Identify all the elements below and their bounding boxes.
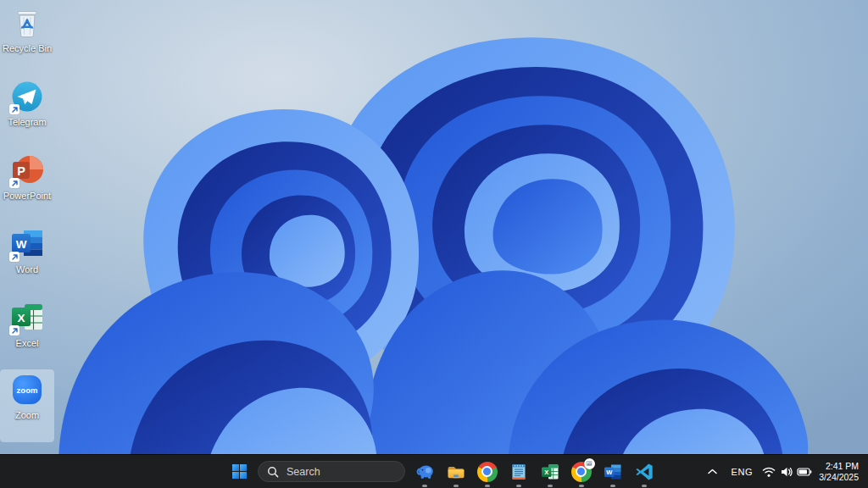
svg-text:P: P [17, 164, 25, 178]
chrome-icon [477, 462, 498, 482]
taskbar-app-chrome[interactable] [471, 455, 503, 488]
shortcut-arrow-icon [9, 325, 19, 336]
volume-icon[interactable] [777, 455, 795, 488]
wallpaper-bloom [0, 0, 868, 488]
running-indicator [516, 485, 521, 487]
svg-text:W: W [16, 238, 27, 251]
running-indicator [485, 485, 490, 487]
taskbar-app-file-explorer[interactable] [440, 455, 471, 488]
desktop-icon-recycle-bin[interactable]: Recycle Bin [1, 3, 53, 75]
wifi-icon[interactable] [760, 455, 777, 488]
taskbar-app-word[interactable]: W [597, 455, 628, 488]
web-app-badge-icon [584, 458, 595, 469]
search-input[interactable]: Search [258, 461, 405, 482]
recycle-bin-icon [8, 4, 46, 42]
shortcut-arrow-icon [9, 104, 19, 114]
icon-label: Recycle Bin [3, 43, 52, 53]
taskbar: Search [0, 454, 868, 488]
running-indicator [422, 485, 427, 487]
search-placeholder: Search [287, 466, 320, 478]
taskbar-app-chrome-web-app[interactable] [565, 455, 597, 488]
shortcut-arrow-icon [9, 178, 19, 188]
chevron-up-icon [707, 468, 718, 475]
desktop-icon-zoom[interactable]: zoom Zoom [1, 370, 53, 441]
desktop-icon-excel[interactable]: X Excel [1, 298, 53, 369]
clock[interactable]: 2:41 PM 3/24/2025 [819, 461, 859, 483]
icon-label: Word [16, 264, 38, 274]
taskbar-app-elephant[interactable] [409, 455, 440, 488]
svg-text:X: X [544, 469, 548, 476]
battery-icon[interactable] [795, 455, 813, 488]
running-indicator [453, 485, 459, 487]
svg-text:X: X [17, 312, 25, 324]
desktop-icon-powerpoint[interactable]: P PowerPoint [1, 151, 53, 222]
running-indicator [579, 485, 584, 487]
file-explorer-icon [446, 462, 466, 482]
tray-overflow-button[interactable] [700, 455, 724, 488]
vscode-icon [634, 462, 654, 482]
taskbar-app-vscode[interactable] [628, 455, 659, 488]
excel-taskbar-icon: X [540, 462, 560, 482]
running-indicator [548, 485, 553, 487]
elephant-app-icon [415, 462, 435, 482]
desktop-icon-word[interactable]: W Word [1, 225, 53, 296]
system-tray: ENG 2:41 PM 3/24/2025 [700, 455, 868, 488]
word-taskbar-icon: W [603, 462, 623, 482]
icon-label: Excel [16, 338, 39, 348]
running-indicator [610, 485, 615, 487]
notepad-icon [509, 462, 529, 482]
taskbar-app-notepad[interactable] [503, 455, 534, 488]
windows-desktop: { "desktop": { "icons": [ { "id": "recyc… [0, 0, 868, 488]
icon-label: Telegram [8, 117, 46, 127]
clock-date: 3/24/2025 [819, 472, 859, 483]
svg-text:W: W [606, 469, 613, 476]
taskbar-apps: X [409, 455, 659, 488]
icon-label: Zoom [15, 410, 39, 420]
start-button[interactable] [224, 455, 254, 488]
windows-logo-icon [232, 464, 247, 479]
desktop-icon-telegram[interactable]: Telegram [1, 77, 53, 148]
shortcut-arrow-icon [9, 252, 19, 262]
clock-time: 2:41 PM [819, 461, 859, 472]
running-indicator [642, 485, 647, 487]
language-indicator[interactable]: ENG [724, 455, 760, 488]
icon-label: PowerPoint [3, 191, 51, 201]
search-icon [267, 466, 279, 478]
zoom-icon: zoom [8, 371, 46, 408]
svg-text:zoom: zoom [17, 385, 38, 395]
taskbar-app-excel[interactable]: X [534, 455, 565, 488]
